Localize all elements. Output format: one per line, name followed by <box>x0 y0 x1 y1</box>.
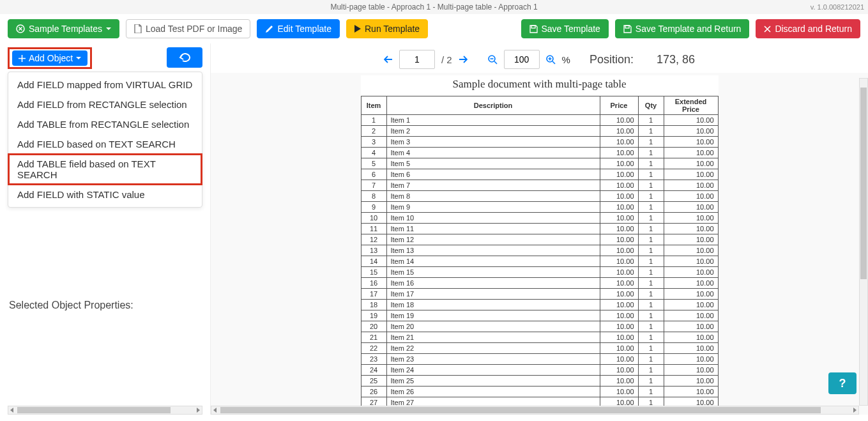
save-return-label: Save Template and Return <box>636 24 742 34</box>
cell-ext: 10.00 <box>664 256 718 267</box>
table-row: 6Item 610.00110.00 <box>361 169 718 180</box>
cell-price: 10.00 <box>600 310 638 321</box>
plus-icon <box>19 55 26 62</box>
dropdown-item[interactable]: Add FIELD based on TEXT SEARCH <box>8 134 202 154</box>
cell-price: 10.00 <box>600 234 638 245</box>
file-icon <box>134 24 142 33</box>
th-ext: Extended Price <box>664 96 718 115</box>
table-row: 5Item 510.00110.00 <box>361 158 718 169</box>
cell-item: 9 <box>361 202 386 213</box>
cell-ext: 10.00 <box>664 224 718 234</box>
cell-ext: 10.00 <box>664 158 718 169</box>
table-row: 23Item 2310.00110.00 <box>361 354 718 365</box>
dropdown-item[interactable]: Add FIELD mapped from VIRTUAL GRID <box>8 75 202 95</box>
table-row: 1Item 110.00110.00 <box>361 115 718 126</box>
cell-item: 10 <box>361 213 386 224</box>
zoom-input[interactable] <box>504 50 540 69</box>
cell-desc: Item 5 <box>386 158 600 169</box>
cell-ext: 10.00 <box>664 115 718 126</box>
cell-item: 13 <box>361 245 386 256</box>
cell-desc: Item 19 <box>386 310 600 321</box>
help-button[interactable]: ? <box>828 372 857 394</box>
save-return-button[interactable]: Save Template and Return <box>615 19 750 38</box>
load-test-button[interactable]: Load Test PDF or Image <box>126 19 250 38</box>
table-row: 12Item 1210.00110.00 <box>361 234 718 245</box>
cell-item: 7 <box>361 180 386 191</box>
cell-price: 10.00 <box>600 278 638 289</box>
cell-item: 25 <box>361 376 386 387</box>
doc-nav-bar: / 2 % Position: 173, 86 <box>211 43 868 73</box>
add-object-button[interactable]: Add Object <box>12 50 88 66</box>
cell-qty: 1 <box>638 376 664 387</box>
cell-qty: 1 <box>638 224 664 234</box>
undo-button[interactable] <box>167 47 202 68</box>
prev-page-button[interactable] <box>384 55 393 64</box>
cell-desc: Item 9 <box>386 202 600 213</box>
zoom-in-button[interactable] <box>546 55 556 65</box>
pencil-icon <box>265 25 273 33</box>
cell-ext: 10.00 <box>664 245 718 256</box>
page-number-input[interactable] <box>399 50 435 69</box>
left-h-scrollbar[interactable] <box>8 406 202 415</box>
cell-ext: 10.00 <box>664 278 718 289</box>
cell-ext: 10.00 <box>664 376 718 387</box>
play-icon <box>354 25 361 33</box>
cell-item: 3 <box>361 137 386 148</box>
cell-item: 2 <box>361 126 386 137</box>
cell-price: 10.00 <box>600 376 638 387</box>
run-template-button[interactable]: Run Template <box>346 19 428 38</box>
cell-qty: 1 <box>638 169 664 180</box>
cell-qty: 1 <box>638 148 664 158</box>
cell-item: 15 <box>361 267 386 278</box>
cell-item: 26 <box>361 387 386 397</box>
edit-template-label: Edit Template <box>277 24 331 34</box>
dropdown-item[interactable]: Add TABLE from RECTANGLE selection <box>8 114 202 134</box>
cell-desc: Item 23 <box>386 354 600 365</box>
position-label: Position: <box>590 53 634 66</box>
cell-item: 11 <box>361 224 386 234</box>
table-row: 18Item 1810.00110.00 <box>361 300 718 310</box>
cell-price: 10.00 <box>600 191 638 202</box>
table-row: 19Item 1910.00110.00 <box>361 310 718 321</box>
cell-item: 18 <box>361 300 386 310</box>
cell-qty: 1 <box>638 126 664 137</box>
main-toolbar: Sample Templates Load Test PDF or Image … <box>0 14 868 43</box>
undo-icon <box>178 52 191 63</box>
cell-ext: 10.00 <box>664 289 718 300</box>
cell-desc: Item 21 <box>386 332 600 343</box>
dropdown-item-highlighted[interactable]: Add TABLE field based on TEXT SEARCH <box>8 154 202 185</box>
table-row: 16Item 1610.00110.00 <box>361 278 718 289</box>
selected-object-properties-label: Selected Object Properties: <box>0 291 210 320</box>
right-v-scrollbar[interactable] <box>859 78 868 406</box>
cell-ext: 10.00 <box>664 321 718 332</box>
dropdown-item[interactable]: Add FIELD from RECTANGLE selection <box>8 95 202 114</box>
document-viewport[interactable]: Sample document with multi-page table It… <box>211 73 868 415</box>
add-object-highlight: Add Object <box>8 47 92 69</box>
cell-item: 4 <box>361 148 386 158</box>
right-h-scrollbar[interactable] <box>211 406 859 415</box>
cell-desc: Item 12 <box>386 234 600 245</box>
cell-item: 24 <box>361 365 386 376</box>
right-panel: / 2 % Position: 173, 86 Sample document … <box>211 43 868 415</box>
sample-templates-label: Sample Templates <box>29 24 102 34</box>
data-table: Item Description Price Qty Extended Pric… <box>361 96 719 408</box>
cell-qty: 1 <box>638 267 664 278</box>
cell-price: 10.00 <box>600 365 638 376</box>
sample-templates-button[interactable]: Sample Templates <box>8 19 119 38</box>
cell-desc: Item 26 <box>386 387 600 397</box>
edit-template-button[interactable]: Edit Template <box>257 19 340 38</box>
table-row: 21Item 2110.00110.00 <box>361 332 718 343</box>
cell-ext: 10.00 <box>664 213 718 224</box>
zoom-out-button[interactable] <box>488 55 498 65</box>
cell-price: 10.00 <box>600 180 638 191</box>
table-row: 26Item 2610.00110.00 <box>361 387 718 397</box>
next-page-button[interactable] <box>459 55 468 64</box>
discard-return-button[interactable]: Discard and Return <box>756 19 860 38</box>
cell-qty: 1 <box>638 245 664 256</box>
cell-item: 12 <box>361 234 386 245</box>
cell-price: 10.00 <box>600 332 638 343</box>
save-template-button[interactable]: Save Template <box>521 19 609 38</box>
dropdown-item[interactable]: Add FIELD with STATIC value <box>8 185 202 204</box>
table-header-row: Item Description Price Qty Extended Pric… <box>361 96 718 115</box>
cell-ext: 10.00 <box>664 169 718 180</box>
